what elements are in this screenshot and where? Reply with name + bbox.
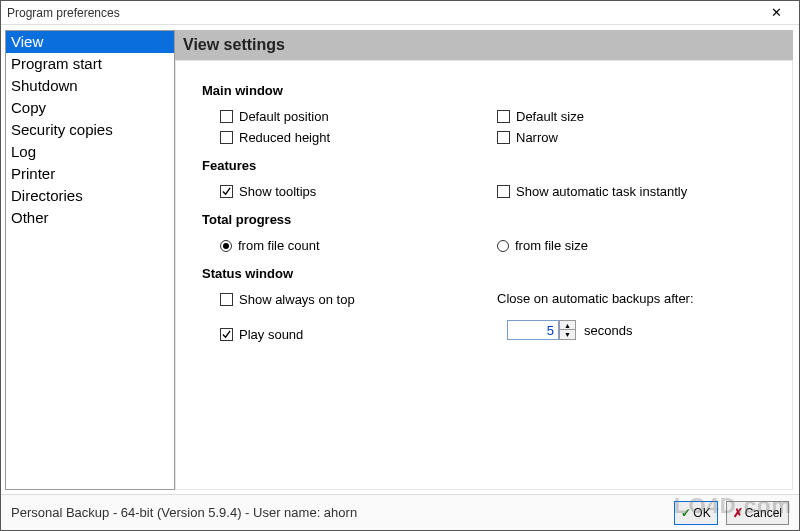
settings-panel: Main window Default position Default siz… (175, 60, 793, 490)
checkbox-show-tooltips[interactable]: Show tooltips (220, 184, 497, 199)
cancel-label: Cancel (745, 506, 782, 520)
sidebar-item-directories[interactable]: Directories (6, 185, 174, 207)
sidebar-item-security-copies[interactable]: Security copies (6, 119, 174, 141)
main-area: View settings Main window Default positi… (175, 26, 799, 494)
checkbox-reduced-height[interactable]: Reduced height (220, 130, 497, 145)
ok-button[interactable]: ✓ OK (674, 501, 717, 525)
sidebar-item-other[interactable]: Other (6, 207, 174, 229)
close-after-spinner: ▲ ▼ seconds (507, 320, 774, 340)
checkbox-default-size[interactable]: Default size (497, 109, 774, 124)
sidebar-item-printer[interactable]: Printer (6, 163, 174, 185)
checkbox-play-sound[interactable]: Play sound (220, 327, 497, 342)
close-after-label: Close on automatic backups after: (497, 291, 774, 306)
status-text: Personal Backup - 64-bit (Version 5.9.4)… (11, 505, 666, 520)
close-after-input[interactable] (507, 320, 559, 340)
chevron-up-icon: ▲ (564, 322, 571, 329)
sidebar-item-log[interactable]: Log (6, 141, 174, 163)
sidebar-item-program-start[interactable]: Program start (6, 53, 174, 75)
close-after-unit: seconds (584, 323, 632, 338)
sidebar-item-shutdown[interactable]: Shutdown (6, 75, 174, 97)
group-total-progress: Total progress (202, 212, 774, 227)
radio-label: from file count (238, 238, 320, 253)
checkbox-show-auto-task[interactable]: Show automatic task instantly (497, 184, 774, 199)
group-status-window: Status window (202, 266, 774, 281)
checkbox-default-position[interactable]: Default position (220, 109, 497, 124)
footer: Personal Backup - 64-bit (Version 5.9.4)… (1, 494, 799, 530)
close-button[interactable]: ✕ (759, 3, 793, 23)
check-icon: ✓ (681, 506, 691, 520)
preferences-window: Program preferences ✕ View Program start… (0, 0, 800, 531)
titlebar: Program preferences ✕ (1, 1, 799, 25)
spin-up-button[interactable]: ▲ (559, 320, 576, 330)
close-icon: ✕ (771, 5, 782, 20)
sidebar-item-view[interactable]: View (6, 31, 174, 53)
window-title: Program preferences (7, 6, 759, 20)
checkbox-label: Default position (239, 109, 329, 124)
sidebar-item-copy[interactable]: Copy (6, 97, 174, 119)
checkbox-narrow[interactable]: Narrow (497, 130, 774, 145)
radio-from-file-size[interactable]: from file size (497, 238, 774, 253)
cancel-button[interactable]: ✗ Cancel (726, 501, 789, 525)
x-icon: ✗ (733, 506, 743, 520)
panel-header: View settings (175, 30, 793, 60)
radio-from-file-count[interactable]: from file count (220, 238, 497, 253)
radio-label: from file size (515, 238, 588, 253)
checkbox-label: Play sound (239, 327, 303, 342)
spin-down-button[interactable]: ▼ (559, 330, 576, 340)
checkbox-label: Show tooltips (239, 184, 316, 199)
checkbox-label: Default size (516, 109, 584, 124)
checkbox-show-on-top[interactable]: Show always on top (220, 292, 497, 307)
group-main-window: Main window (202, 83, 774, 98)
checkbox-label: Reduced height (239, 130, 330, 145)
checkbox-label: Narrow (516, 130, 558, 145)
group-features: Features (202, 158, 774, 173)
chevron-down-icon: ▼ (564, 331, 571, 338)
checkbox-label: Show automatic task instantly (516, 184, 687, 199)
ok-label: OK (693, 506, 710, 520)
sidebar: View Program start Shutdown Copy Securit… (5, 30, 175, 490)
page-title: View settings (183, 36, 785, 54)
window-body: View Program start Shutdown Copy Securit… (1, 25, 799, 494)
checkbox-label: Show always on top (239, 292, 355, 307)
